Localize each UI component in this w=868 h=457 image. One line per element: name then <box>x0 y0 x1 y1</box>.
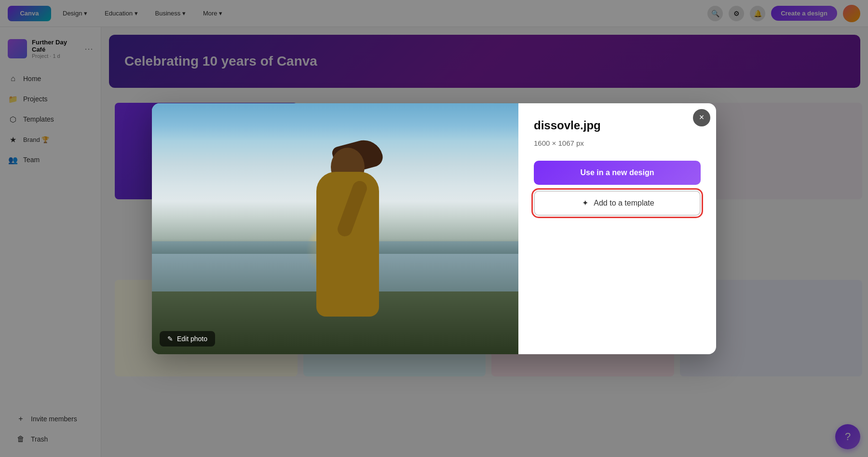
use-in-new-design-button[interactable]: Use in a new design <box>534 161 701 185</box>
photo-scene <box>152 103 518 354</box>
modal-image-preview: ✎ Edit photo <box>152 103 518 354</box>
edit-photo-icon: ✎ <box>167 335 173 343</box>
modal-close-button[interactable]: × <box>693 109 710 126</box>
add-to-template-button[interactable]: ✦ Add to a template <box>534 191 701 216</box>
person-arm <box>336 179 369 238</box>
file-preview-modal: ✎ Edit photo dissovle.jpg 1600 × 1067 px… <box>152 103 716 354</box>
modal-right-panel: dissovle.jpg 1600 × 1067 px Use in a new… <box>518 103 716 354</box>
template-sparkle-icon: ✦ <box>580 198 590 208</box>
modal-overlay[interactable]: ✎ Edit photo dissovle.jpg 1600 × 1067 px… <box>0 0 868 457</box>
person-body <box>316 172 379 317</box>
modal-filename: dissovle.jpg <box>534 119 701 132</box>
edit-photo-button[interactable]: ✎ Edit photo <box>160 331 215 346</box>
modal-dimensions: 1600 × 1067 px <box>534 139 701 147</box>
person-silhouette <box>280 133 415 317</box>
